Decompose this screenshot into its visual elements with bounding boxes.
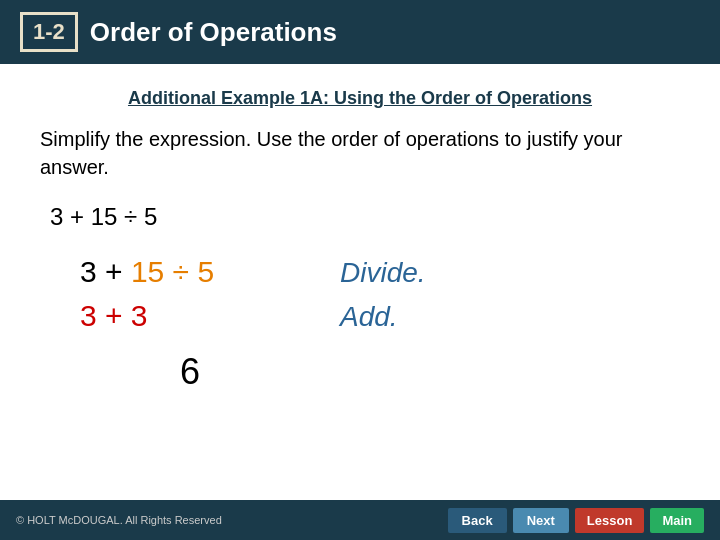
footer: © HOLT McDOUGAL. All Rights Reserved Bac… <box>0 500 720 540</box>
step-2-expr: 3 + 3 <box>80 299 280 333</box>
step-row-1: 3 + 15 ÷ 5 Divide. <box>80 255 680 289</box>
example-title: Additional Example 1A: Using the Order o… <box>40 88 680 109</box>
initial-expr-text: 3 + 15 ÷ 5 <box>50 203 157 230</box>
main-content: Additional Example 1A: Using the Order o… <box>0 64 720 500</box>
step-2-expr-text: 3 + 3 <box>80 299 148 332</box>
instruction-text: Simplify the expression. Use the order o… <box>40 125 680 181</box>
final-answer: 6 <box>80 351 680 393</box>
next-button[interactable]: Next <box>513 508 569 533</box>
step-1-expr: 3 + 15 ÷ 5 <box>80 255 280 289</box>
lesson-button[interactable]: Lesson <box>575 508 645 533</box>
step-1-label: Divide. <box>340 257 426 289</box>
steps-container: 3 + 15 ÷ 5 Divide. 3 + 3 Add. 6 <box>40 255 680 393</box>
lesson-badge: 1-2 <box>20 12 78 52</box>
header-title: Order of Operations <box>90 17 337 48</box>
step-1-expr-part2: 15 ÷ 5 <box>131 255 214 288</box>
step-2-label: Add. <box>340 301 398 333</box>
step-2-label-text: Add. <box>340 301 398 332</box>
step-1-expr-part1: 3 + <box>80 255 131 288</box>
main-button[interactable]: Main <box>650 508 704 533</box>
initial-expression: 3 + 15 ÷ 5 <box>40 203 680 231</box>
back-button[interactable]: Back <box>448 508 507 533</box>
nav-buttons: Back Next Lesson Main <box>448 508 704 533</box>
slide: 1-2 Order of Operations Additional Examp… <box>0 0 720 540</box>
header: 1-2 Order of Operations <box>0 0 720 64</box>
copyright-text: © HOLT McDOUGAL. All Rights Reserved <box>16 514 222 526</box>
step-1-label-text: Divide. <box>340 257 426 288</box>
step-row-2: 3 + 3 Add. <box>80 299 680 333</box>
